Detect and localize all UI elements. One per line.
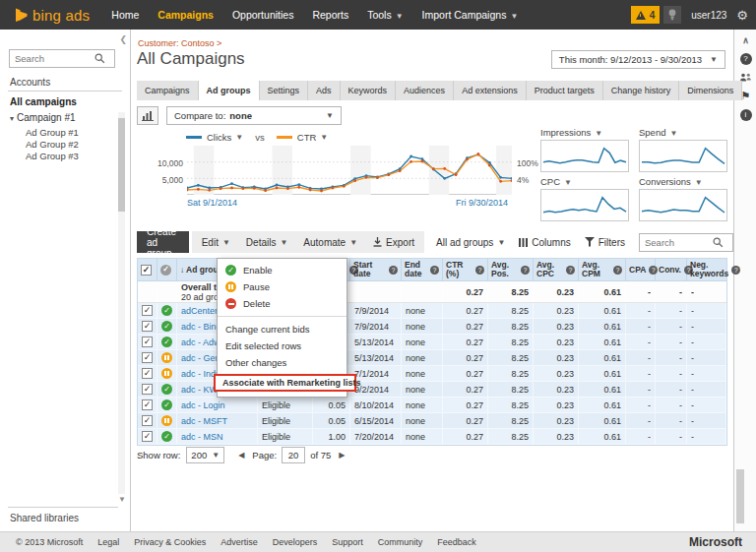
menu-item-pause[interactable]: Pause — [218, 278, 346, 295]
mini-chart-label-cpc[interactable]: CPC▼ — [540, 176, 629, 189]
tab-campaigns[interactable]: Campaigns — [137, 81, 199, 100]
menu-item-other-changes[interactable]: Other changes — [218, 354, 346, 371]
footer-link-developers[interactable]: Developers — [273, 537, 318, 547]
tab-ads[interactable]: Ads — [308, 81, 341, 100]
sidebar-collapse-icon[interactable]: ❮ — [119, 34, 127, 44]
opportunities-bulb-button[interactable] — [663, 6, 681, 24]
menu-item-associate-with-remarketing-lists[interactable]: Associate with Remarketing lists — [214, 374, 356, 392]
nav-item-home[interactable]: Home — [111, 9, 139, 21]
row-checkbox[interactable]: ✓ — [142, 305, 153, 316]
sidebar-item-ad-group-2[interactable]: Ad Group #2 — [26, 139, 79, 151]
toolbar-menu-automate[interactable]: Automate▼ — [303, 237, 357, 248]
ad-group-link[interactable]: adc - Login — [177, 398, 258, 412]
help-icon[interactable]: ? — [521, 266, 530, 275]
info-icon[interactable]: i — [734, 106, 756, 123]
export-button[interactable]: Export — [373, 237, 414, 248]
tab-keywords[interactable]: Keywords — [341, 81, 397, 100]
column-header-avg-cpc[interactable]: Avg. CPC? — [534, 259, 579, 280]
sidebar-item-campaign-1[interactable]: ▾Campaign #1 — [10, 112, 76, 123]
breadcrumb[interactable]: Customer: Contoso > — [138, 38, 221, 48]
x-axis-end-label[interactable]: Fri 9/30/2014 — [456, 198, 508, 208]
table-search-input[interactable] — [640, 237, 713, 248]
rows-per-page-select[interactable]: 200▼ — [186, 447, 224, 463]
menu-item-delete[interactable]: Delete — [218, 295, 346, 312]
nav-item-reports[interactable]: Reports — [312, 9, 348, 21]
columns-button[interactable]: Columns — [519, 237, 570, 248]
compare-to-select[interactable]: Compare to:none ▼ — [166, 106, 342, 125]
select-all-checkbox[interactable]: ✓ — [141, 265, 152, 276]
tab-change-history[interactable]: Change history — [603, 81, 680, 100]
date-range-select[interactable]: This month: 9/12/2013 - 9/30/2013▼ — [551, 50, 725, 69]
legend-item-clicks[interactable]: Clicks▼ — [186, 132, 243, 143]
next-page-button[interactable]: ▶ — [339, 451, 345, 460]
nav-item-campaigns[interactable]: Campaigns — [158, 9, 214, 21]
tab-ad-groups[interactable]: Ad groups — [199, 81, 260, 100]
mini-chart-label-conversions[interactable]: Conversions▼ — [639, 176, 727, 189]
create-ad-group-button[interactable]: Create ad group — [137, 231, 189, 253]
row-checkbox[interactable]: ✓ — [142, 384, 153, 395]
nav-item-tools[interactable]: Tools▼ — [367, 9, 403, 21]
row-checkbox[interactable]: ✓ — [142, 431, 153, 442]
help-icon[interactable]: ? — [566, 266, 575, 275]
scroll-down-icon[interactable]: ▼ — [118, 495, 126, 504]
column-header-start-date[interactable]: Start date? — [350, 259, 402, 280]
row-checkbox[interactable]: ✓ — [142, 415, 153, 426]
sidebar-item-ad-group-1[interactable]: Ad Group #1 — [26, 127, 79, 139]
prev-page-button[interactable]: ◀ — [238, 451, 244, 460]
row-checkbox[interactable]: ✓ — [142, 399, 153, 410]
footer-link-privacy-cookies[interactable]: Privacy & Cookies — [134, 537, 206, 547]
sidebar-search-input[interactable] — [10, 53, 94, 64]
row-checkbox[interactable]: ✓ — [142, 352, 153, 363]
help-icon[interactable]: ? — [475, 266, 484, 275]
accounts-label[interactable]: Accounts — [10, 77, 50, 88]
help-icon[interactable]: ? — [430, 266, 439, 275]
ad-group-scope-select[interactable]: All ad groups▼ — [436, 237, 505, 248]
footer-link-community[interactable]: Community — [378, 537, 423, 547]
ad-group-link[interactable]: adc - MSN — [177, 429, 258, 444]
help-icon[interactable]: ? — [734, 50, 756, 67]
row-checkbox[interactable]: ✓ — [142, 321, 153, 332]
tab-product-targets[interactable]: Product targets — [527, 81, 603, 100]
microsoft-logo[interactable]: Microsoft — [689, 535, 742, 549]
tab-audiences[interactable]: Audiences — [396, 81, 454, 100]
ad-group-link[interactable]: adc - MSFT — [177, 413, 258, 428]
sidebar-item-all-campaigns[interactable]: All campaigns — [10, 96, 77, 107]
collapse-up-icon[interactable]: ∧ — [734, 31, 756, 48]
mini-chart-label-impressions[interactable]: Impressions▼ — [540, 127, 629, 140]
search-icon[interactable] — [94, 53, 105, 64]
nav-item-import-campaigns[interactable]: Import Campaigns▼ — [422, 9, 519, 21]
sidebar-item-ad-group-3[interactable]: Ad Group #3 — [26, 151, 79, 162]
footer-link-support[interactable]: Support — [332, 537, 363, 547]
nav-item-opportunities[interactable]: Opportunities — [232, 9, 293, 21]
footer-link-2013-microsoft[interactable]: © 2013 Microsoft — [16, 537, 83, 547]
mini-chart-label-spend[interactable]: Spend▼ — [639, 127, 727, 140]
column-header-end-date[interactable]: End date? — [402, 259, 443, 280]
toolbar-menu-details[interactable]: Details▼ — [246, 237, 288, 248]
search-icon[interactable] — [713, 237, 724, 248]
page-number-input[interactable] — [282, 447, 305, 463]
bing-ads-logo[interactable]: bing ads — [14, 7, 90, 24]
legend-item-ctr[interactable]: CTR▼ — [277, 132, 328, 143]
chart-toggle-button[interactable] — [137, 106, 158, 125]
username[interactable]: user123 — [691, 10, 726, 21]
help-icon[interactable]: ? — [389, 266, 398, 275]
footer-link-legal[interactable]: Legal — [97, 537, 119, 547]
row-checkbox[interactable]: ✓ — [142, 337, 153, 347]
menu-item-enable[interactable]: Enable — [218, 262, 346, 278]
sidebar-scrollbar-thumb[interactable] — [118, 118, 125, 212]
column-header-avg-cpm[interactable]: Avg. CPM? — [579, 259, 626, 280]
tree-expand-icon[interactable]: ▾ — [10, 114, 14, 123]
main-scrollbar-thumb[interactable] — [736, 469, 744, 523]
x-axis-start-label[interactable]: Sat 9/1/2014 — [187, 198, 237, 208]
filters-button[interactable]: Filters — [585, 237, 625, 248]
footer-link-feedback[interactable]: Feedback — [437, 537, 476, 547]
help-icon[interactable]: ? — [731, 266, 740, 275]
menu-item-change-current-bids[interactable]: Change current bids — [218, 321, 346, 337]
column-header-neg-keywords[interactable]: Neg. keywords? — [687, 259, 726, 280]
gear-icon[interactable]: ⚙ — [736, 9, 748, 22]
tab-ad-extensions[interactable]: Ad extensions — [454, 81, 527, 100]
help-icon[interactable]: ? — [613, 266, 622, 275]
row-checkbox[interactable]: ✓ — [142, 368, 153, 379]
tab-settings[interactable]: Settings — [260, 81, 309, 100]
column-header-conv[interactable]: Conv.? — [656, 259, 687, 280]
